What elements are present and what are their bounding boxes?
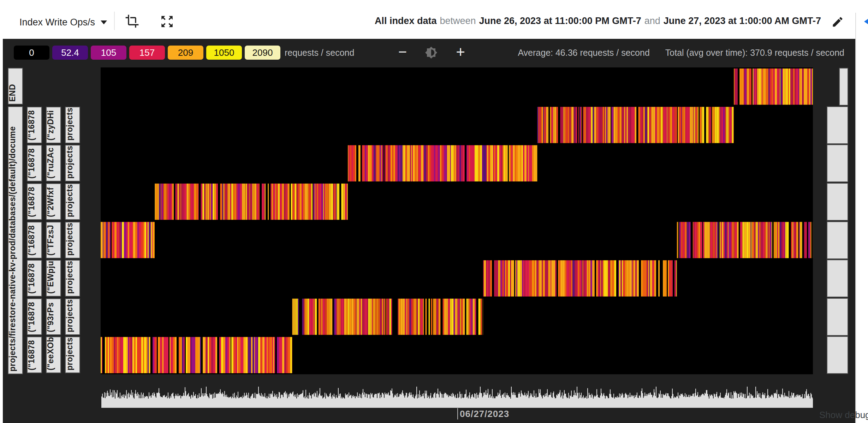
key-range-label-text: projects [66, 222, 79, 258]
key-prefix-label[interactable]: projects/firestore-native-kv-prod/databa… [8, 106, 23, 374]
expand-arrows-icon [160, 14, 174, 29]
key-range-label-text: ("eeXOb [47, 337, 60, 373]
color-scale-legend: 052.410515720910502090 [14, 46, 280, 60]
key-range-label[interactable]: projects [65, 222, 80, 258]
date-label: 06/27/2023 [460, 409, 509, 419]
key-range-label-text: ("EWpju [47, 261, 60, 296]
key-visualizer-app: Index Write Ops/s All index data between… [0, 0, 868, 423]
key-range-label[interactable]: ("16878 [27, 107, 42, 143]
metric-selector-label: Index Write Ops/s [19, 17, 95, 28]
brightness-button[interactable] [425, 46, 438, 59]
zoom-out-button[interactable]: − [394, 44, 411, 61]
time-range-and: and [644, 16, 660, 26]
heatmap-canvas[interactable] [101, 67, 813, 374]
header-divider [114, 12, 115, 30]
key-range-end-label[interactable]: END [8, 68, 23, 105]
legend-stop-209: 209 [168, 46, 203, 60]
side-panel-divider [855, 13, 856, 423]
fullscreen-button[interactable] [160, 14, 174, 29]
key-range-label[interactable]: ("2Wfxf [46, 183, 61, 220]
time-range-summary: All index data between June 26, 2023 at … [375, 16, 821, 28]
right-key-block[interactable] [827, 106, 848, 144]
key-range-label[interactable]: projects [65, 183, 80, 220]
legend-stop-52.4: 52.4 [52, 46, 88, 60]
right-key-block[interactable] [827, 298, 848, 336]
average-stat: Average: 46.36 requests / second [518, 46, 649, 60]
key-range-label-text: ("ruZAc [47, 145, 60, 181]
right-key-block[interactable] [827, 221, 848, 259]
key-prefix-text: projects/firestore-native-kv-prod/databa… [8, 107, 22, 374]
key-range-label-text: ("TFzsJ [47, 222, 60, 258]
key-range-label-text: ("16878 [28, 145, 41, 181]
key-range-label[interactable]: ("ruZAc [46, 145, 61, 181]
key-range-label-text: ("16878 [28, 337, 41, 373]
key-range-label[interactable]: projects [65, 107, 80, 143]
key-range-label[interactable]: ("16878 [27, 260, 42, 297]
brightness-icon [425, 46, 438, 59]
key-range-label-text: ("93rPs [47, 299, 60, 334]
metric-selector-dropdown[interactable]: Index Write Ops/s [19, 16, 107, 28]
key-range-label[interactable]: projects [65, 298, 80, 335]
legend-unit-label: requests / second [285, 46, 354, 60]
key-range-label[interactable]: projects [65, 145, 80, 181]
key-range-label[interactable]: ("eeXOb [46, 336, 61, 373]
key-range-label[interactable]: ("zyDHi [46, 107, 61, 143]
right-key-block[interactable] [827, 183, 848, 221]
total-stat: Total (avg over time): 370.9 requests / … [665, 46, 844, 60]
timeline-histogram[interactable] [101, 386, 813, 408]
key-range-label[interactable]: projects [65, 336, 80, 373]
key-range-label-text: projects [66, 299, 79, 334]
key-range-label-text: ("16878 [28, 222, 41, 258]
key-range-label-text: ("16878 [28, 107, 41, 143]
key-range-label[interactable]: ("TFzsJ [46, 222, 61, 258]
edit-time-range-button[interactable] [831, 16, 844, 28]
right-key-block[interactable] [827, 336, 848, 374]
key-range-label[interactable]: projects [65, 260, 80, 297]
key-range-label-text: projects [66, 261, 79, 296]
legend-stop-2090: 2090 [245, 46, 280, 60]
time-range-between: between [440, 16, 476, 26]
time-range-end: June 27, 2023 at 1:00:00 AM GMT-7 [664, 16, 821, 26]
key-range-label-text: projects [66, 107, 79, 143]
key-range-label-text: ("2Wfxf [47, 184, 60, 219]
time-range-start: June 26, 2023 at 11:00:00 PM GMT-7 [479, 16, 641, 26]
zoom-in-button[interactable]: + [452, 43, 469, 60]
chevron-down-icon [101, 20, 107, 24]
header-bar: Index Write Ops/s All index data between… [0, 0, 868, 39]
right-key-block[interactable] [839, 68, 848, 106]
key-range-label[interactable]: ("16878 [27, 145, 42, 181]
key-range-label-text: ("16878 [28, 261, 41, 296]
legend-stop-1050: 1050 [206, 46, 242, 60]
key-range-end-text: END [8, 68, 22, 104]
legend-stop-157: 157 [129, 46, 165, 60]
key-range-label[interactable]: ("93rPs [46, 298, 61, 335]
crop-icon [125, 14, 139, 28]
date-tick-mark [457, 408, 458, 419]
right-key-block[interactable] [827, 144, 848, 182]
stats-summary: Average: 46.36 requests / second Total (… [518, 46, 844, 60]
key-range-label[interactable]: ("16878 [27, 183, 42, 220]
right-key-block[interactable] [827, 260, 848, 297]
key-range-label-text: projects [66, 337, 79, 373]
key-range-label[interactable]: ("16878 [27, 298, 42, 335]
show-debug-link[interactable]: Show debug p [819, 410, 868, 421]
legend-stop-105: 105 [91, 46, 126, 60]
key-range-label[interactable]: ("EWpju [46, 260, 61, 297]
key-range-label-text: projects [66, 184, 79, 219]
time-range-subject: All index data [375, 16, 437, 26]
key-range-label[interactable]: ("16878 [27, 336, 42, 373]
key-range-label-text: ("zyDHi [47, 107, 60, 143]
collapsed-panel-arrow-icon[interactable] [864, 18, 868, 25]
key-range-label[interactable]: ("16878 [27, 222, 42, 258]
legend-stop-0: 0 [14, 46, 49, 60]
key-range-label-text: ("16878 [28, 184, 41, 219]
key-range-label-text: ("16878 [28, 299, 41, 334]
key-range-label-text: projects [66, 145, 79, 181]
pencil-icon [831, 16, 844, 28]
crop-select-button[interactable] [125, 14, 139, 28]
